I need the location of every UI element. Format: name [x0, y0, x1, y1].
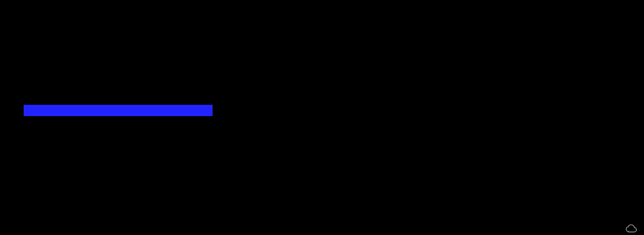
- cloud-icon: [625, 224, 639, 233]
- column-header-row: [0, 156, 644, 169]
- hdr-qps-tps-hit: [24, 105, 213, 116]
- terminal-output: [0, 39, 644, 221]
- watermark: [625, 224, 641, 233]
- group-header-row: [0, 104, 644, 118]
